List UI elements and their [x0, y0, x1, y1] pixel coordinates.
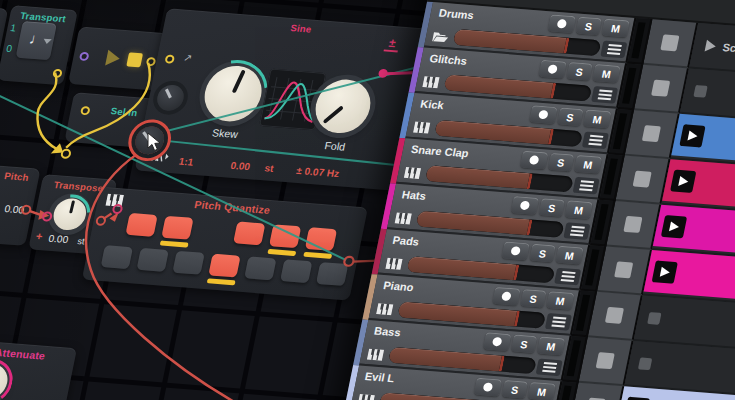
track-menu-button[interactable]: [600, 41, 627, 59]
skew-label: Skew: [196, 125, 254, 141]
solo-button[interactable]: S: [529, 244, 555, 263]
solo-button[interactable]: S: [520, 289, 546, 308]
track-name[interactable]: Glitchs: [429, 52, 469, 67]
plus-minus-icon[interactable]: ±: [384, 38, 401, 53]
module-attenuate[interactable]: Attenuate: [0, 340, 77, 400]
quantize-key[interactable]: [305, 227, 337, 251]
quantize-key[interactable]: [208, 254, 240, 278]
scene-launch[interactable]: Sc: [705, 40, 735, 54]
record-circle-icon: [519, 201, 530, 211]
clip-play-button[interactable]: [679, 124, 705, 147]
solo-button[interactable]: S: [557, 107, 583, 126]
clip-stop-button[interactable]: [596, 352, 615, 369]
clip-stop-button[interactable]: [614, 261, 633, 278]
empty-slot-button[interactable]: [638, 357, 652, 370]
clip-play-button[interactable]: [624, 397, 650, 400]
track-name[interactable]: Snare Clap: [410, 143, 470, 159]
solo-button[interactable]: S: [539, 198, 565, 217]
mute-button[interactable]: M: [583, 109, 611, 128]
mute-button[interactable]: M: [592, 64, 620, 83]
quantize-key[interactable]: [244, 256, 276, 280]
track-menu-button[interactable]: [545, 313, 572, 331]
track-name[interactable]: Bass: [373, 325, 402, 339]
sine-small-knob[interactable]: [155, 84, 186, 112]
mute-button[interactable]: M: [574, 155, 602, 174]
solo-button[interactable]: S: [502, 380, 528, 399]
track-menu-button[interactable]: [536, 359, 563, 377]
track-name[interactable]: Piano: [382, 279, 414, 293]
record-arm-button[interactable]: [474, 378, 502, 397]
fine-tune-value[interactable]: ± 0.07 Hz: [295, 165, 340, 179]
quantize-key[interactable]: [316, 262, 348, 286]
fader-fill: [407, 256, 519, 280]
ratio-value[interactable]: 1:1: [178, 156, 195, 168]
empty-slot-button[interactable]: [693, 85, 707, 98]
clip-play-button[interactable]: [661, 215, 687, 238]
quantize-key[interactable]: [280, 259, 312, 283]
transpose-value[interactable]: 0.00: [48, 233, 70, 245]
quantize-key[interactable]: [137, 248, 169, 272]
clip-play-button[interactable]: [652, 260, 678, 283]
clip-stop-button[interactable]: [623, 216, 642, 233]
key-played-bar: [207, 278, 236, 285]
track-name[interactable]: Pads: [392, 234, 421, 248]
quantize-key[interactable]: [233, 221, 265, 245]
record-arm-button[interactable]: [492, 287, 520, 306]
track-menu-button[interactable]: [573, 177, 600, 195]
quantize-key[interactable]: [269, 224, 301, 248]
mute-button[interactable]: M: [565, 200, 593, 219]
mute-button[interactable]: M: [555, 246, 583, 265]
keys-icon: [376, 301, 396, 315]
trigger-input-port[interactable]: [79, 52, 90, 62]
quantize-key[interactable]: [125, 213, 157, 237]
hamburger-icon: [562, 271, 575, 274]
mute-button[interactable]: M: [528, 382, 556, 400]
track-name[interactable]: Kick: [419, 98, 445, 112]
track-menu-button[interactable]: [554, 268, 581, 286]
record-arm-button[interactable]: [501, 241, 529, 260]
mute-button[interactable]: M: [537, 337, 565, 356]
solo-button[interactable]: S: [576, 17, 602, 36]
solo-button[interactable]: S: [548, 153, 574, 172]
quantize-key[interactable]: [101, 245, 133, 269]
record-arm-button[interactable]: [538, 60, 566, 79]
play-icon: [659, 267, 670, 278]
record-arm-button[interactable]: [529, 105, 557, 124]
record-circle-icon: [529, 155, 540, 165]
clip-stop-button[interactable]: [660, 34, 679, 51]
empty-slot-button[interactable]: [647, 312, 661, 325]
solo-button[interactable]: S: [511, 335, 537, 354]
mute-button[interactable]: M: [601, 19, 629, 38]
track-name[interactable]: Hats: [401, 188, 427, 202]
transpose-plus: +: [35, 230, 44, 242]
note-value-selector[interactable]: ♩: [16, 21, 57, 60]
scene-play-icon: [705, 40, 717, 53]
quantize-key[interactable]: [172, 251, 204, 275]
track-name[interactable]: Drums: [438, 7, 475, 22]
clip-stop-button[interactable]: [605, 307, 624, 324]
track-menu-button[interactable]: [563, 222, 590, 240]
track-menu-button[interactable]: [582, 131, 609, 149]
clip-stop-button[interactable]: [642, 125, 661, 142]
clip-stop-button[interactable]: [633, 171, 652, 188]
sine-port[interactable]: [164, 54, 175, 64]
clip-stop-button[interactable]: [651, 80, 670, 97]
quantize-key[interactable]: [161, 216, 193, 240]
solo-button[interactable]: S: [566, 62, 592, 81]
record-arm-button[interactable]: [520, 151, 548, 170]
track-menu-button[interactable]: [591, 86, 618, 104]
clip-play-button[interactable]: [670, 170, 696, 193]
play-icon[interactable]: [105, 50, 121, 67]
stop-icon[interactable]: [126, 52, 143, 67]
pitch-offset-value[interactable]: 0.00: [230, 160, 252, 172]
key-played-bar: [303, 252, 332, 259]
record-arm-button[interactable]: [548, 14, 576, 33]
transport-output-port[interactable]: [52, 69, 63, 79]
mute-button[interactable]: M: [546, 291, 574, 310]
module-title: Pitch: [3, 170, 29, 183]
pitch-value[interactable]: 0.00: [4, 203, 26, 215]
record-arm-button[interactable]: [483, 332, 511, 351]
track-name[interactable]: Evil L: [364, 370, 396, 384]
pitch-arrow-icon: ↗: [183, 52, 194, 64]
record-arm-button[interactable]: [511, 196, 539, 215]
